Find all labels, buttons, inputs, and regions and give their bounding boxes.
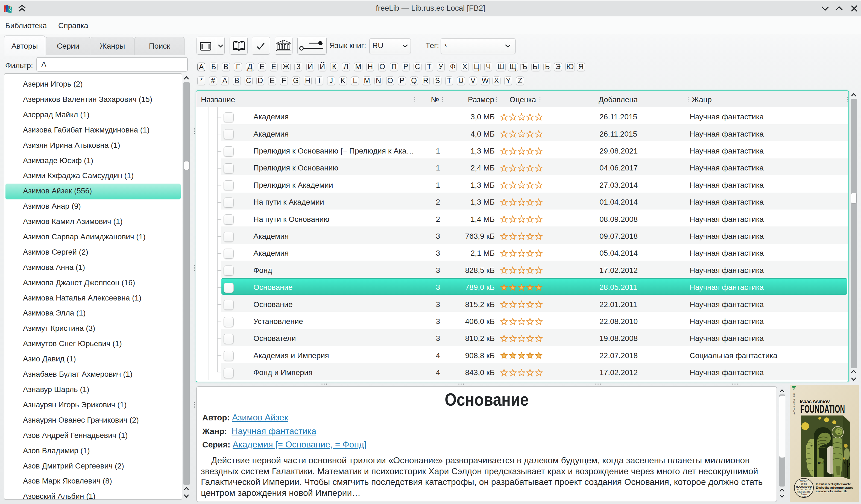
svg-text:FOUNDATION: FOUNDATION [800,403,845,415]
svg-text:Winner: Winner [800,480,808,482]
svg-text:of the: of the [801,482,807,485]
svg-text:Empire dies and one man create: Empire dies and one man creates [816,486,853,489]
svg-text:In a future century the Galact: In a future century the Galactic [816,482,851,486]
svg-text:HUGO AWARD: HUGO AWARD [796,485,812,488]
svg-text:KSP: KSP [818,461,825,465]
svg-text:AVON / N304 / 95¢: AVON / N304 / 95¢ [793,393,796,415]
svg-text:a new force for civilized life: a new force for civilized life [816,490,847,493]
svg-text:series!: series! [800,495,807,498]
